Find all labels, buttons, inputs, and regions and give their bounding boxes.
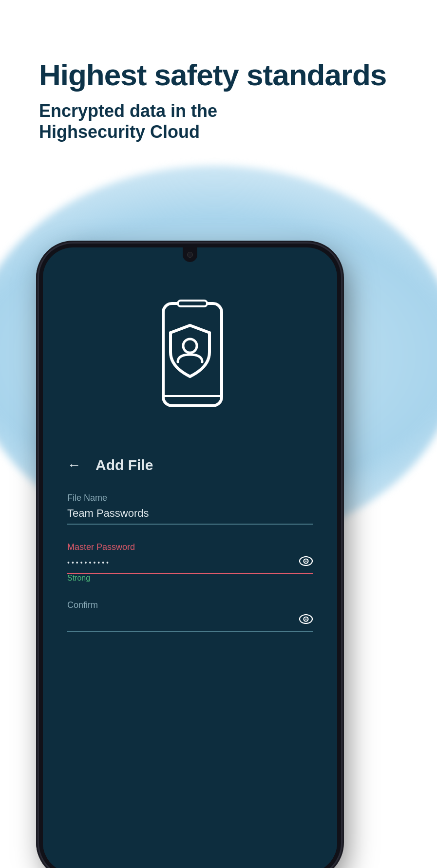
master-password-field-group: Master Password •••••••••• (67, 542, 313, 583)
phone-camera (187, 252, 193, 258)
svg-point-9 (305, 619, 307, 620)
shield-phone-icon (134, 299, 246, 425)
file-name-label: File Name (67, 493, 313, 503)
back-button[interactable]: ← (67, 457, 81, 473)
phone-content: ← Add File File Name Team Passwords Mast… (43, 247, 337, 868)
svg-rect-1 (178, 301, 207, 306)
form-header: ← Add File (67, 452, 313, 473)
headline-sub: Encrypted data in the Highsecurity Cloud (39, 100, 292, 142)
confirm-eye-icon[interactable] (299, 614, 313, 627)
master-password-eye-icon[interactable] (299, 556, 313, 569)
file-name-input-row[interactable]: Team Passwords (67, 507, 313, 525)
svg-point-6 (305, 561, 307, 562)
confirm-field-group: Confirm (67, 600, 313, 632)
hero-icon-area (43, 267, 337, 452)
phone-notch (183, 247, 197, 262)
confirm-label: Confirm (67, 600, 313, 610)
master-password-value[interactable]: •••••••••• (67, 559, 299, 566)
form-title: Add File (95, 457, 153, 473)
form-area: ← Add File File Name Team Passwords Mast… (43, 452, 337, 868)
file-name-field-group: File Name Team Passwords (67, 493, 313, 525)
strength-label: Strong (67, 574, 90, 582)
phone-screen: ← Add File File Name Team Passwords Mast… (43, 247, 337, 868)
headline-area: Highest safety standards Encrypted data … (39, 58, 386, 143)
confirm-input-row[interactable] (67, 614, 313, 632)
master-password-input-row[interactable]: •••••••••• (67, 556, 313, 574)
confirm-value[interactable] (67, 614, 299, 627)
master-password-label: Master Password (67, 542, 313, 552)
svg-point-3 (183, 339, 197, 353)
phone-outer: ← Add File File Name Team Passwords Mast… (39, 244, 341, 868)
phone-mockup: ← Add File File Name Team Passwords Mast… (39, 244, 341, 868)
file-name-value[interactable]: Team Passwords (67, 507, 313, 520)
headline-main: Highest safety standards (39, 58, 386, 92)
